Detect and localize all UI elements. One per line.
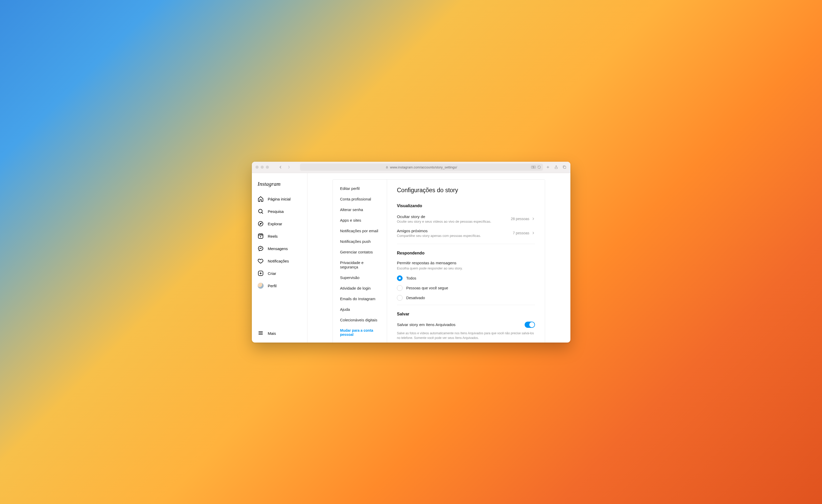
minimize-window-button[interactable] <box>261 166 264 169</box>
svg-rect-6 <box>563 166 566 169</box>
settings-nav-item-push-notifications[interactable]: Notificações push <box>333 236 387 247</box>
forward-button[interactable] <box>286 164 292 170</box>
sidebar: Instagram Página inicial Pesquisa Explor… <box>252 173 308 343</box>
url-text: www.instagram.com/accounts/story_setting… <box>390 165 457 169</box>
plus-square-icon <box>258 270 264 276</box>
sidebar-item-label: Reels <box>268 234 278 238</box>
messenger-icon <box>258 245 264 252</box>
settings-nav-item-login-activity[interactable]: Atividade de login <box>333 283 387 293</box>
tabs-button[interactable] <box>562 165 567 169</box>
separator <box>397 305 535 305</box>
close-friends-count: 7 pessoas <box>513 231 529 235</box>
sidebar-item-label: Criar <box>268 271 277 276</box>
settings-nav-item-emails-instagram[interactable]: Emails do Instagram <box>333 293 387 304</box>
reply-option-following[interactable]: Pessoas que você segue <box>397 283 535 293</box>
heart-icon <box>258 258 264 264</box>
toolbar-right <box>545 165 567 169</box>
sidebar-item-label: Mensagens <box>268 246 288 251</box>
sidebar-item-home[interactable]: Página inicial <box>255 193 305 205</box>
save-archive-label: Salvar story em Itens Arquivados <box>397 322 456 327</box>
svg-marker-16 <box>260 236 262 237</box>
hide-story-label: Ocultar story de <box>397 214 491 219</box>
settings-nav-item-email-notifications[interactable]: Notificações por email <box>333 226 387 236</box>
translate-icon[interactable] <box>531 165 536 169</box>
instagram-logo[interactable]: Instagram <box>255 179 305 193</box>
back-button[interactable] <box>278 164 283 170</box>
sidebar-item-create[interactable]: Criar <box>255 268 305 279</box>
settings-nav-item-professional-account[interactable]: Conta profissional <box>333 194 387 204</box>
radio-icon <box>397 285 403 291</box>
settings-nav-switch-personal[interactable]: Mudar para a conta pessoal <box>333 325 387 340</box>
radio-label: Todos <box>406 276 416 280</box>
new-tab-button[interactable] <box>545 165 550 169</box>
settings-nav-item-digital-collectibles[interactable]: Colecionáveis digitais <box>333 315 387 325</box>
section-replying-heading: Respondendo <box>397 251 535 255</box>
hide-story-count: 28 pessoas <box>511 217 529 221</box>
sidebar-item-notifications[interactable]: Notificações <box>255 255 305 267</box>
settings-body: Configurações do story Visualizando Ocul… <box>387 180 545 343</box>
settings-nav-item-supervision[interactable]: Supervisão <box>333 272 387 283</box>
save-archive-note: Salve as fotos e vídeos automaticamente … <box>397 331 535 340</box>
radio-label: Pessoas que você segue <box>406 286 448 290</box>
sidebar-item-reels[interactable]: Reels <box>255 230 305 242</box>
save-archive-toggle[interactable] <box>525 322 535 328</box>
settings-nav-item-edit-profile[interactable]: Editar perfil <box>333 183 387 194</box>
menu-icon <box>258 330 264 337</box>
settings-nav-item-apps-websites[interactable]: Apps e sites <box>333 215 387 226</box>
sidebar-item-label: Explorar <box>268 222 282 226</box>
reply-option-off[interactable]: Desativado <box>397 293 535 303</box>
sidebar-item-explore[interactable]: Explorar <box>255 218 305 229</box>
radio-label: Desativado <box>406 296 425 300</box>
svg-line-9 <box>262 213 263 214</box>
search-icon <box>258 208 264 214</box>
sidebar-item-messages[interactable]: Mensagens <box>255 243 305 254</box>
svg-text:Instagram: Instagram <box>258 181 281 187</box>
avatar-icon <box>258 283 264 289</box>
settings-nav-item-manage-contacts[interactable]: Gerenciar contatos <box>333 247 387 257</box>
sidebar-item-label: Notificações <box>268 259 289 263</box>
browser-window: www.instagram.com/accounts/story_setting… <box>252 162 570 343</box>
hide-story-row[interactable]: Ocultar story de Oculte seu story e seus… <box>397 213 535 228</box>
settings-panel: Editar perfil Conta profissional Alterar… <box>333 179 545 343</box>
reels-icon <box>258 233 264 239</box>
settings-nav: Editar perfil Conta profissional Alterar… <box>333 180 387 343</box>
share-button[interactable] <box>554 165 558 169</box>
reply-option-everyone[interactable]: Todos <box>397 273 535 283</box>
settings-nav-item-change-password[interactable]: Alterar senha <box>333 204 387 215</box>
sidebar-item-search[interactable]: Pesquisa <box>255 206 305 217</box>
settings-nav-item-help[interactable]: Ajuda <box>333 304 387 315</box>
close-window-button[interactable] <box>256 166 259 169</box>
reload-icon[interactable] <box>537 165 541 169</box>
section-saving-heading: Salvar <box>397 312 535 316</box>
titlebar: www.instagram.com/accounts/story_setting… <box>252 162 570 173</box>
close-friends-label: Amigos próximos <box>397 229 481 233</box>
svg-rect-12 <box>258 234 263 238</box>
window-controls <box>256 166 269 169</box>
page-content: Instagram Página inicial Pesquisa Explor… <box>252 173 570 343</box>
page-title: Configurações do story <box>397 187 535 194</box>
allow-replies-sub: Escolha quem pode responder ao seu story… <box>397 266 535 270</box>
section-viewing-heading: Visualizando <box>397 204 535 208</box>
home-icon <box>258 196 264 202</box>
chevron-right-icon <box>531 217 535 221</box>
save-archive-row: Salvar story em Itens Arquivados <box>397 322 535 328</box>
sidebar-item-label: Pesquisa <box>268 209 284 214</box>
maximize-window-button[interactable] <box>266 166 269 169</box>
sidebar-more-label: Mais <box>268 331 276 336</box>
address-bar[interactable]: www.instagram.com/accounts/story_setting… <box>300 164 543 171</box>
settings-nav-item-privacy-security[interactable]: Privacidade e segurança <box>333 257 387 272</box>
chevron-right-icon <box>531 231 535 235</box>
sidebar-more[interactable]: Mais <box>255 327 305 340</box>
close-friends-row[interactable]: Amigos próximos Compartilhe seu story ap… <box>397 228 535 242</box>
svg-rect-0 <box>386 167 388 168</box>
close-friends-sub: Compartilhe seu story apenas com pessoas… <box>397 234 481 238</box>
compass-icon <box>258 221 264 227</box>
svg-point-10 <box>258 221 263 226</box>
svg-point-8 <box>259 209 262 213</box>
main-area: Editar perfil Conta profissional Alterar… <box>308 173 570 343</box>
hide-story-sub: Oculte seu story e seus vídeos ao vivo d… <box>397 220 491 223</box>
radio-icon <box>397 295 403 301</box>
sidebar-item-label: Perfil <box>268 284 277 288</box>
lock-icon <box>386 166 388 169</box>
sidebar-item-profile[interactable]: Perfil <box>255 280 305 291</box>
